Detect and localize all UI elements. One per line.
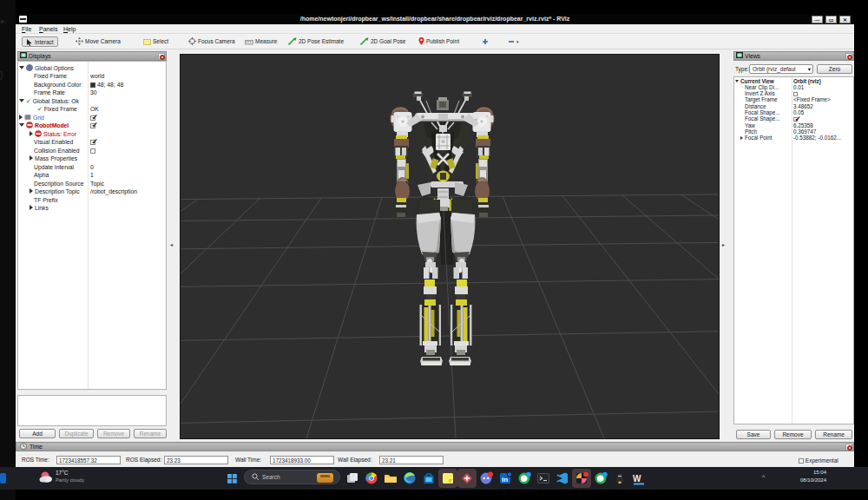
svg-text:W: W [633, 474, 641, 484]
svg-text:in: in [502, 476, 508, 484]
